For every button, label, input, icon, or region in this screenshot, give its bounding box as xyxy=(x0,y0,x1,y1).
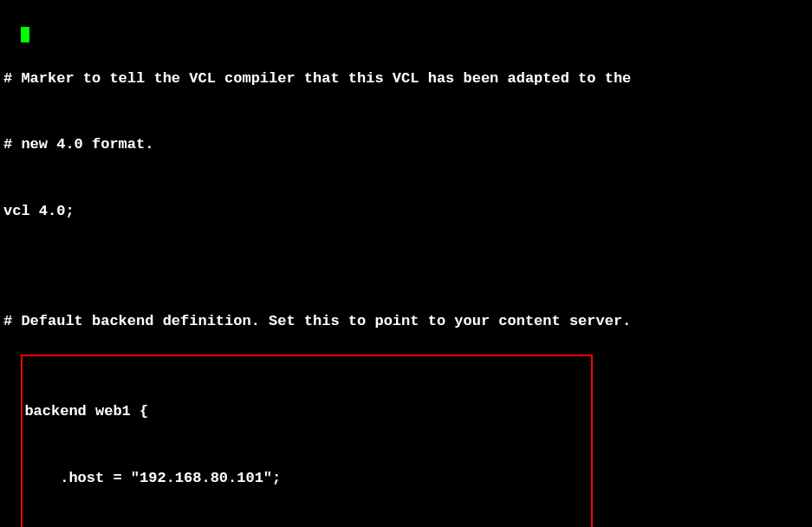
highlighted-code-block: backend web1 { .host = "192.168.80.101";… xyxy=(21,355,593,527)
terminal-editor[interactable]: # Marker to tell the VCL compiler that t… xyxy=(0,0,812,527)
code-line: # Marker to tell the VCL compiler that t… xyxy=(3,68,809,90)
cursor xyxy=(21,27,29,42)
code-line: # Default backend definition. Set this t… xyxy=(3,310,809,333)
code-line: .host = "192.168.80.101"; xyxy=(23,467,591,490)
code-line: vcl 4.0; xyxy=(3,200,809,223)
code-line: backend web1 { xyxy=(23,400,591,423)
code-line: # new 4.0 format. xyxy=(3,133,809,156)
